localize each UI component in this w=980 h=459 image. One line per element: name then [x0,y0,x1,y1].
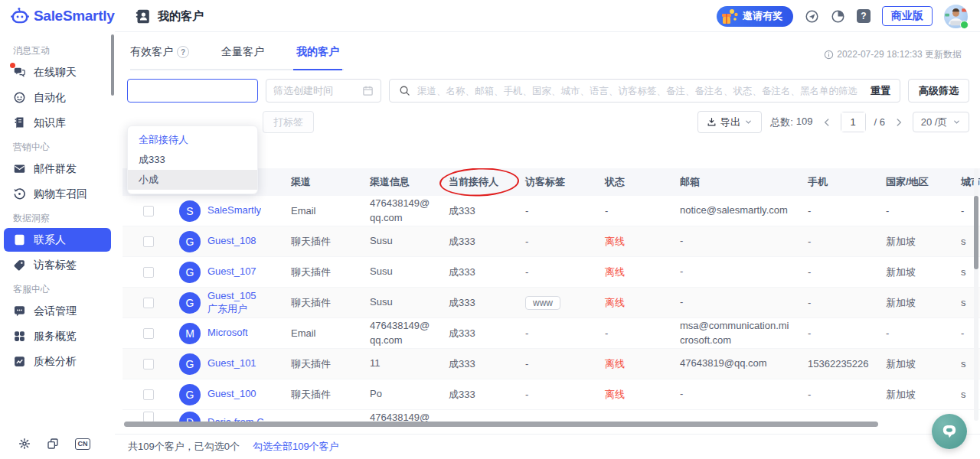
sidebar-item-mail[interactable]: 邮件群发 [4,157,111,181]
channel-info-cell: 476438149@qq.com [362,197,441,226]
row-checkbox[interactable] [143,267,154,278]
pie-chart-icon[interactable] [831,9,845,24]
row-checkbox[interactable] [143,412,154,422]
info-circle-icon [824,50,834,60]
customer-name[interactable]: Guest_101 [207,357,256,370]
sidebar-item-label: 质检分析 [34,355,77,369]
send-icon[interactable] [805,9,819,24]
export-button[interactable]: 导出 [697,111,763,133]
row-checkbox[interactable] [143,298,154,308]
sidebar-scrollbar[interactable] [111,34,114,96]
table-row[interactable]: GGuest_100聊天插件Po成333-离线--新加坡s [122,379,980,410]
tab-0[interactable]: 有效客户? [130,45,189,59]
horizontal-scrollbar[interactable] [124,422,878,427]
visitor-tag-cell: - [518,236,597,247]
row-checkbox[interactable] [143,389,154,400]
sidebar-item-tag[interactable]: 访客标签 [4,253,111,277]
dropdown-option[interactable]: 成333 [128,150,257,170]
checkbox-cell [122,328,172,339]
search-box: 重置 [389,79,900,103]
prev-page-button[interactable] [822,117,832,128]
vertical-scrollbar-thumb[interactable] [974,196,978,269]
customer-name[interactable]: Microsoft [207,327,248,340]
select-all-link[interactable]: 勾选全部109个客户 [253,440,339,454]
visitor-tag-cell: - [518,266,597,278]
column-header-label: 渠道信息 [370,176,410,187]
status-value: 离线 [605,358,625,369]
advanced-filter-button[interactable]: 高级筛选 [908,79,969,103]
customer-name[interactable]: Guest_105 [207,290,256,303]
country-cell: 新加坡 [878,388,953,402]
country-cell: 新加坡 [878,296,953,310]
sidebar-item-chart[interactable]: 质检分析 [4,350,111,373]
table-row[interactable]: GGuest_108聊天插件Susu成333-离线--新加坡s [122,226,980,257]
copy-pages-icon[interactable] [47,438,59,450]
sidebar-section-label: 数据洞察 [0,212,115,225]
status-value: 离线 [605,236,625,247]
checkbox-cell [122,236,172,247]
dropdown-option[interactable]: 全部接待人 [128,130,257,150]
table-row[interactable]: GGuest_105广东用户聊天插件Susu成333www离线--新加坡s [122,288,980,318]
customer-name[interactable]: SaleSmartly [207,204,261,217]
table-header-cell: 手机 [800,175,878,189]
page-size-select[interactable]: 20 /页 [913,112,969,132]
country-cell: 新加坡 [878,265,953,279]
logo[interactable]: SaleSmartly [0,6,115,26]
language-cn-icon[interactable]: CN [75,438,90,450]
sidebar-item-book[interactable]: 知识库 [4,111,111,135]
customer-subname[interactable]: 广东用户 [207,303,256,316]
sidebar-item-grid[interactable]: 服务概览 [4,324,111,348]
agent-cell: 成333 [441,265,518,279]
date-filter-input[interactable] [266,79,381,103]
sidebar-item-label: 在线聊天 [34,66,77,80]
dropdown-option[interactable]: 小成 [128,170,257,190]
tab-1[interactable]: 全量客户 [221,45,264,59]
page-number-input[interactable] [841,112,865,132]
customer-avatar: S [179,200,201,222]
customer-name[interactable]: Guest_107 [207,265,256,278]
download-icon [707,117,717,127]
sidebar-item-cart[interactable]: 购物车召回 [4,182,111,206]
sidebar-item-chat[interactable]: 在线聊天 [4,60,111,84]
settings-gear-icon[interactable] [18,438,31,450]
tag-button[interactable]: 打标签 [263,111,314,133]
table-row[interactable]: GGuest_107聊天插件Susu成333-离线--新加坡s [122,257,980,288]
date-filter-field[interactable] [273,85,350,96]
customer-name[interactable]: Guest_108 [207,235,256,248]
status-value: - [605,327,608,339]
grid-icon [13,330,26,343]
search-input[interactable] [417,86,864,96]
user-avatar[interactable] [944,5,968,28]
table-row[interactable]: MMicrosoftEmail476438149@qq.com成333--msa… [122,318,980,349]
sidebar-item-label: 知识库 [34,116,66,130]
row-checkbox[interactable] [143,359,154,369]
channel-cell: 聊天插件 [283,357,362,371]
invite-reward-button[interactable]: 邀请有奖 [717,6,793,27]
tab-label: 我的客户 [296,45,339,59]
cart-icon [13,187,26,200]
sidebar-item-label: 购物车召回 [34,187,87,201]
total-count: 总数: 109 [770,116,812,129]
row-checkbox[interactable] [143,236,154,247]
customer-name[interactable]: Guest_100 [207,388,256,401]
checkbox-cell [122,206,172,216]
agent-cell: 成333 [441,204,518,218]
row-checkbox[interactable] [143,328,154,339]
row-checkbox[interactable] [143,206,154,216]
status-value: 离线 [605,389,625,400]
sidebar-item-robot[interactable]: 自动化 [4,86,111,109]
chat-widget-button[interactable] [932,414,967,449]
receptionist-select[interactable] [127,79,258,103]
tab-2[interactable]: 我的客户 [296,45,339,59]
reset-button[interactable]: 重置 [871,84,890,98]
next-page-button[interactable] [893,117,904,128]
sidebar-item-contact[interactable]: 联系人 [4,228,111,252]
business-plan-button[interactable]: 商业版 [882,6,933,26]
help-icon[interactable]: ? [857,9,871,23]
status-cell: 离线 [597,296,672,310]
sidebar-item-label: 会话管理 [34,304,77,318]
table-row[interactable]: GGuest_101聊天插件11成333-离线47643819@qq.com15… [122,349,980,379]
table-row[interactable]: SSaleSmartlyEmail476438149@qq.com成333--n… [122,196,980,226]
status-cell: 离线 [597,265,672,279]
sidebar-item-chat-square[interactable]: 会话管理 [4,299,111,323]
